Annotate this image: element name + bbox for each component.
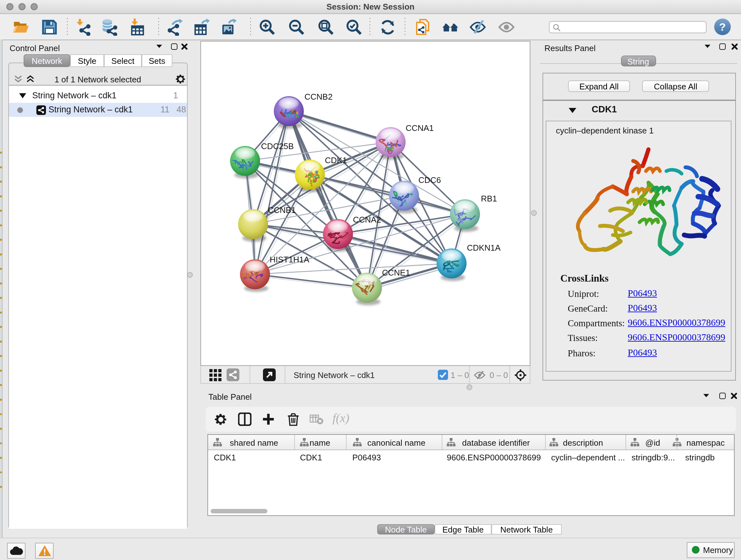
svg-text:CCNB2: CCNB2 bbox=[305, 92, 333, 102]
svg-text:HIST1H1A: HIST1H1A bbox=[270, 255, 310, 264]
svg-text:CDC6: CDC6 bbox=[418, 175, 441, 185]
svg-text:CCNA1: CCNA1 bbox=[406, 123, 434, 133]
svg-text:CDK1: CDK1 bbox=[325, 155, 347, 165]
svg-text:CDC25B: CDC25B bbox=[261, 141, 294, 151]
svg-text:?: ? bbox=[719, 21, 726, 33]
svg-text:CCNA2: CCNA2 bbox=[353, 215, 381, 225]
svg-text:CDKN1A: CDKN1A bbox=[467, 243, 501, 253]
svg-text:CCNE1: CCNE1 bbox=[382, 268, 410, 277]
svg-text:RB1: RB1 bbox=[481, 194, 497, 203]
svg-text:CCNB1: CCNB1 bbox=[268, 205, 296, 215]
